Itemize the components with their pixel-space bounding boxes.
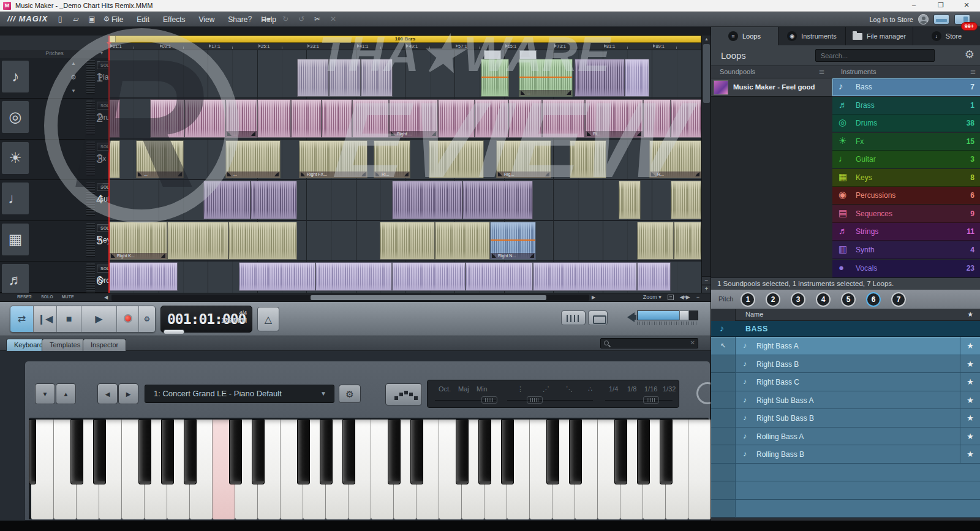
audio-clip[interactable] xyxy=(637,262,671,291)
undo-icon[interactable]: ↺ xyxy=(295,13,307,24)
piano-black-key[interactable] xyxy=(660,420,673,484)
pitch-button-3[interactable]: 3 xyxy=(791,292,805,307)
loop-row-rolling-bass-a[interactable]: ♪Rolling Bass A★ xyxy=(711,427,980,446)
audio-clip[interactable] xyxy=(203,181,251,219)
vscroll-thumb[interactable] xyxy=(703,44,710,103)
scroll-right-icon[interactable]: ▶ xyxy=(592,295,595,300)
arp-dots-icon[interactable]: ⋮ xyxy=(517,385,524,393)
layout-toggle-horizontal-button[interactable] xyxy=(933,14,949,24)
loop-group-row[interactable]: ♪ BASS xyxy=(711,321,980,337)
keyboard-search-input[interactable]: ✕ xyxy=(600,338,698,348)
instrument-row-brass[interactable]: ♬Brass1 xyxy=(832,97,980,115)
octave-up-button[interactable]: ▲ xyxy=(56,383,76,404)
guitar-icon[interactable]: ♩ xyxy=(2,183,29,214)
piano-black-key[interactable] xyxy=(70,420,83,484)
audio-clip[interactable] xyxy=(466,262,533,291)
instrument-row-fx[interactable]: ☀Fx15 xyxy=(832,133,980,151)
tab-inspector[interactable]: Inspector xyxy=(83,339,126,351)
track-grip[interactable] xyxy=(91,60,95,94)
audio-clip[interactable]: R... xyxy=(649,140,701,178)
piano-black-key[interactable] xyxy=(614,420,627,484)
violin-icon[interactable]: ♬ xyxy=(2,264,29,296)
play-button[interactable]: ▶ xyxy=(81,306,117,332)
audio-clip[interactable] xyxy=(315,262,392,291)
audio-clip[interactable] xyxy=(462,181,533,219)
arp-slider-handle-3[interactable] xyxy=(643,396,659,404)
save-icon[interactable]: ▣ xyxy=(86,13,98,24)
loop-row-right-bass-a[interactable]: ↖♪Right Bass A★ xyxy=(711,337,980,355)
track-grip[interactable] xyxy=(91,100,95,135)
delete-icon[interactable]: ✕ xyxy=(327,13,339,24)
zoom-dropdown[interactable]: Zoom ▾ xyxy=(643,294,662,300)
zoom-out-button[interactable]: − xyxy=(696,294,699,300)
favorite-star-icon[interactable]: ★ xyxy=(967,432,974,441)
arp-sixteenth-label[interactable]: 1/16 xyxy=(644,385,657,393)
instrument-row-drums[interactable]: ◎Drums38 xyxy=(832,115,980,132)
tab-store[interactable]: ↓Store99+ xyxy=(913,27,980,45)
audio-clip[interactable] xyxy=(625,59,649,97)
audio-clip[interactable] xyxy=(150,99,184,138)
loop-row-right-bass-c[interactable]: ♪Right Bass C★ xyxy=(711,373,980,391)
automation-line[interactable] xyxy=(491,239,535,241)
arp-eighth-label[interactable]: 1/8 xyxy=(627,385,636,393)
pitch-button-4[interactable]: 4 xyxy=(816,292,831,307)
audio-clip[interactable] xyxy=(297,59,329,97)
arp-maj-label[interactable]: Maj xyxy=(458,385,469,393)
arrange-vertical-scrollbar[interactable]: ▲ − + xyxy=(701,36,710,293)
favorite-star-icon[interactable]: ★ xyxy=(967,450,974,459)
piano-black-key[interactable] xyxy=(229,420,242,484)
audio-clip[interactable] xyxy=(429,140,484,178)
piano-black-key[interactable] xyxy=(478,420,491,484)
scroll-up-icon[interactable]: ▲ xyxy=(702,36,711,43)
audio-clip[interactable]: Right N... xyxy=(490,222,536,260)
tempo-slider-handle[interactable] xyxy=(164,330,184,334)
piano-black-key[interactable] xyxy=(546,420,559,484)
audio-clip[interactable] xyxy=(352,99,389,138)
audio-clip[interactable] xyxy=(508,99,542,138)
piano-keys-icon[interactable]: ▦ xyxy=(2,224,29,255)
audio-clip[interactable] xyxy=(291,99,322,138)
audio-clip[interactable] xyxy=(570,140,606,178)
reset-solo-label[interactable]: SOLO xyxy=(41,295,53,299)
audio-clip[interactable] xyxy=(619,181,641,219)
favorite-column-icon[interactable]: ★ xyxy=(967,311,973,318)
instrument-settings-button[interactable]: ⚙ xyxy=(339,385,361,403)
time-display[interactable]: 001:01:000 4/4 125 BPM xyxy=(160,306,252,333)
skip-to-start-button[interactable]: ❙◀ xyxy=(34,306,57,332)
bass-headstock-icon[interactable]: ♪ xyxy=(2,61,29,92)
menu-edit[interactable]: Edit xyxy=(137,15,149,24)
track-grip[interactable] xyxy=(91,182,95,216)
audio-clip[interactable] xyxy=(392,262,466,291)
pitch-button-5[interactable]: 5 xyxy=(841,292,856,307)
arp-slider-handle-1[interactable] xyxy=(481,396,497,404)
soundpool-item[interactable]: Music Maker - Feel good xyxy=(711,78,832,97)
arp-updown-pattern-icon[interactable]: ∴ xyxy=(588,385,592,393)
piano-black-key[interactable] xyxy=(501,420,514,484)
track-grip[interactable] xyxy=(91,223,95,257)
instrument-row-vocals[interactable]: ●Vocals23 xyxy=(832,260,980,277)
loop-row-right-sub-bass-b[interactable]: ♪Right Sub Bass B★ xyxy=(711,409,980,427)
octave-down-button[interactable]: ▼ xyxy=(35,383,55,404)
instrument-row-keys[interactable]: ▦Keys8 xyxy=(832,169,980,187)
favorite-star-icon[interactable]: ★ xyxy=(967,377,974,386)
panel-settings-gear-icon[interactable]: ⚙ xyxy=(965,48,974,61)
arp-min-label[interactable]: Min xyxy=(477,385,488,393)
clear-search-icon[interactable]: ✕ xyxy=(690,339,695,346)
instrument-row-sequences[interactable]: ▤Sequences9 xyxy=(832,205,980,223)
audio-clip[interactable]: ... xyxy=(225,99,257,138)
zoom-out-vertical-button[interactable]: − xyxy=(702,276,711,284)
audio-clip[interactable] xyxy=(542,99,585,138)
volume-handle[interactable] xyxy=(679,311,689,320)
instruments-multiselect-icon[interactable]: ☰ xyxy=(970,69,976,75)
audio-clip[interactable] xyxy=(643,99,671,138)
audio-clip[interactable] xyxy=(674,222,701,260)
pitch-button-1[interactable]: 1 xyxy=(741,292,755,307)
gear-icon[interactable]: ⚙ xyxy=(70,73,77,81)
automation-line[interactable] xyxy=(481,77,508,78)
loop-row-rolling-bass-b[interactable]: ♪Rolling Bass B★ xyxy=(711,445,980,464)
tab-file-manager[interactable]: File manager xyxy=(846,27,913,45)
arrangement-grid[interactable]: ......Right ...Ri.........Right FX...Ri.… xyxy=(109,50,701,293)
audio-clip[interactable]: ... xyxy=(136,140,184,178)
arp-oct-label[interactable]: Oct. xyxy=(439,385,451,393)
track-grip[interactable] xyxy=(86,60,91,94)
